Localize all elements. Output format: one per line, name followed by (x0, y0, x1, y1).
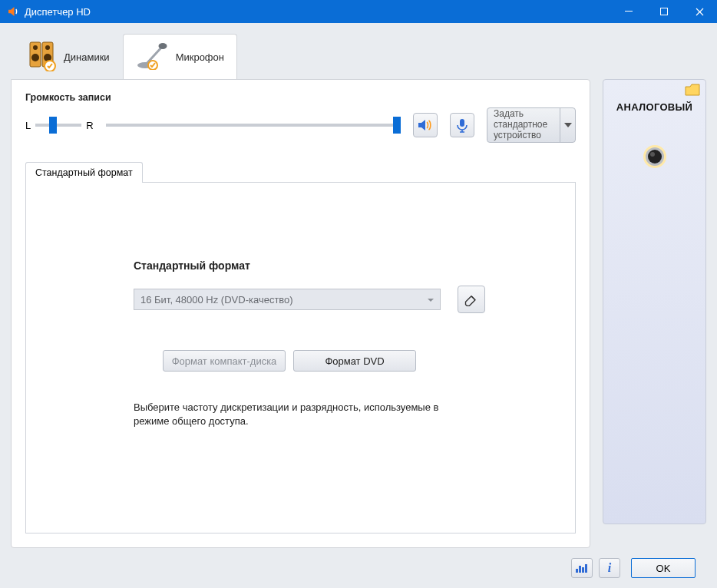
ok-button[interactable]: OK (631, 558, 696, 578)
side-panel-title: АНАЛОГОВЫЙ (616, 101, 692, 113)
volume-thumb[interactable] (393, 117, 401, 134)
chevron-down-icon: ▾ (428, 296, 434, 303)
svg-point-5 (45, 45, 50, 50)
tab-microphone[interactable]: Микрофон (123, 34, 237, 80)
playback-mute-button[interactable] (413, 113, 438, 137)
window-title: Диспетчер HD (25, 6, 611, 18)
svg-rect-17 (576, 569, 578, 573)
folder-icon[interactable] (684, 83, 701, 99)
set-default-device-button[interactable]: Задать стандартное устройство (487, 107, 576, 143)
dvd-format-button[interactable]: Формат DVD (293, 350, 416, 372)
microphone-icon (454, 117, 470, 133)
format-combobox[interactable]: 16 Бит, 48000 Hz (DVD-качество) ▾ (134, 289, 441, 310)
tab-standard-format[interactable]: Стандартный формат (25, 162, 143, 183)
tab-page-standard-format: Стандартный формат 16 Бит, 48000 Hz (DVD… (25, 182, 576, 533)
info-button[interactable]: i (599, 558, 620, 578)
app-speaker-icon (6, 5, 20, 18)
connector-side-panel: АНАЛОГОВЫЙ (603, 79, 706, 524)
svg-point-4 (33, 45, 38, 50)
svg-rect-19 (582, 567, 584, 573)
balance-right-label: R (86, 120, 93, 131)
analog-jack-indicator[interactable] (642, 144, 668, 172)
info-icon: i (608, 562, 611, 574)
set-default-device-label: Задать стандартное устройство (487, 106, 560, 144)
format-heading: Стандартный формат (134, 259, 544, 272)
recording-volume-title: Громкость записи (25, 92, 576, 103)
main-panel: Громкость записи L R Задать стандартное … (11, 79, 590, 548)
window-maximize-button[interactable] (646, 0, 682, 23)
svg-rect-1 (661, 8, 668, 15)
svg-rect-12 (460, 119, 464, 127)
jack-icon (642, 144, 668, 170)
tab-microphone-label: Микрофон (176, 51, 224, 63)
svg-rect-0 (625, 11, 633, 12)
svg-point-10 (158, 43, 167, 49)
tab-speakers[interactable]: Динамики (15, 34, 123, 80)
tab-speakers-label: Динамики (64, 51, 110, 63)
window-minimize-button[interactable] (611, 0, 646, 23)
balance-slider[interactable]: L R (25, 120, 94, 131)
balance-track[interactable] (35, 124, 81, 127)
window-close-button[interactable] (682, 0, 717, 23)
footer: i OK (11, 548, 706, 588)
dropdown-arrow-icon[interactable] (560, 108, 575, 142)
volume-slider[interactable] (106, 124, 401, 127)
equalizer-button[interactable] (571, 558, 593, 578)
balance-left-label: L (25, 120, 31, 131)
speakers-icon (28, 41, 56, 74)
mic-mute-button[interactable] (450, 113, 474, 137)
equalizer-icon (575, 563, 589, 573)
microphone-icon (136, 42, 168, 72)
format-hint: Выберите частоту дискретизации и разрядн… (134, 401, 456, 428)
svg-rect-18 (579, 566, 581, 573)
test-format-button[interactable] (458, 286, 485, 313)
svg-rect-20 (585, 564, 587, 573)
balance-thumb[interactable] (49, 117, 57, 134)
titlebar: Диспетчер HD (0, 0, 717, 23)
cd-format-button[interactable]: Формат компакт-диска (163, 350, 286, 372)
svg-point-16 (650, 152, 655, 157)
eraser-icon (464, 292, 479, 307)
svg-point-6 (31, 54, 39, 61)
device-tabs: Динамики Микрофон (15, 34, 706, 80)
speaker-sound-icon (417, 117, 434, 133)
format-selected-value: 16 Бит, 48000 Hz (DVD-качество) (140, 294, 293, 306)
svg-point-15 (648, 150, 662, 164)
